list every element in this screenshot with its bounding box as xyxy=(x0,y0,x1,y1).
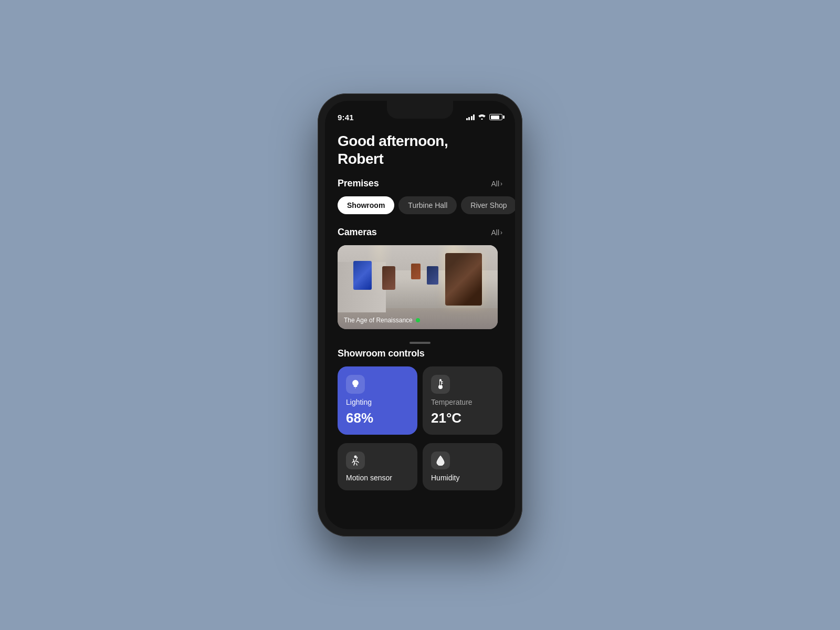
camera-card-main[interactable]: The Age of Renaissance xyxy=(338,245,498,329)
phone-screen: 9:41 xyxy=(325,101,515,529)
control-card-lighting[interactable]: Lighting 68% xyxy=(338,366,417,435)
lighting-icon xyxy=(346,375,365,394)
controls-grid: Lighting 68% xyxy=(338,366,502,435)
phone-frame: 9:41 xyxy=(318,93,522,537)
camera-name-main: The Age of Renaissance xyxy=(344,317,413,324)
bottom-controls: Motion sensor Humidity xyxy=(338,443,502,503)
premises-title: Premises xyxy=(338,178,379,189)
svg-point-2 xyxy=(438,385,443,389)
tab-showroom[interactable]: Showroom xyxy=(338,196,394,214)
cameras-scroll: The Age of Renaissance Art xyxy=(338,245,502,329)
cameras-all-button[interactable]: All › xyxy=(491,228,502,237)
tab-turbine-hall[interactable]: Turbine Hall xyxy=(398,196,457,214)
premises-all-button[interactable]: All › xyxy=(491,180,502,188)
camera-live-dot xyxy=(416,318,420,322)
status-time: 9:41 xyxy=(338,113,354,122)
greeting-line1: Good afternoon, xyxy=(338,132,502,150)
tab-river-shop[interactable]: River Shop xyxy=(461,196,515,214)
humidity-icon xyxy=(431,452,450,469)
control-card-temperature[interactable]: Temperature 21°C xyxy=(423,366,502,435)
controls-title: Showroom controls xyxy=(338,348,502,359)
motion-icon xyxy=(346,452,365,469)
svg-rect-3 xyxy=(440,381,441,385)
signal-icon xyxy=(466,114,475,120)
svg-point-6 xyxy=(354,456,357,458)
scroll-indicator xyxy=(410,342,430,344)
motion-label: Motion sensor xyxy=(346,474,409,482)
temperature-value: 21°C xyxy=(431,410,494,426)
chevron-right-icon2: › xyxy=(500,229,502,236)
lighting-value: 68% xyxy=(346,410,409,426)
cameras-header: Cameras All › xyxy=(338,227,502,238)
cameras-title: Cameras xyxy=(338,227,377,238)
premises-header: Premises All › xyxy=(338,178,502,189)
battery-icon xyxy=(489,114,502,120)
control-card-humidity[interactable]: Humidity xyxy=(423,443,502,490)
temperature-label: Temperature xyxy=(431,398,494,406)
greeting-section: Good afternoon, Robert xyxy=(338,126,502,178)
premises-section: Premises All › Showroom Turbine Hall Riv… xyxy=(338,178,502,214)
notch xyxy=(387,101,453,119)
status-icons xyxy=(466,113,503,121)
humidity-label: Humidity xyxy=(431,474,494,482)
control-card-motion[interactable]: Motion sensor xyxy=(338,443,417,490)
temperature-icon xyxy=(431,375,450,394)
cameras-section: Cameras All › xyxy=(338,227,502,329)
camera-label-main: The Age of Renaissance xyxy=(344,317,420,324)
controls-section: Showroom controls Lighting xyxy=(338,348,502,435)
chevron-right-icon: › xyxy=(500,180,502,187)
premises-tabs: Showroom Turbine Hall River Shop xyxy=(338,196,502,214)
lighting-label: Lighting xyxy=(346,398,409,406)
svg-point-0 xyxy=(355,388,356,388)
greeting-line2: Robert xyxy=(338,150,502,168)
screen-content: Good afternoon, Robert Premises All › Sh… xyxy=(325,126,515,529)
wifi-icon xyxy=(478,113,486,121)
